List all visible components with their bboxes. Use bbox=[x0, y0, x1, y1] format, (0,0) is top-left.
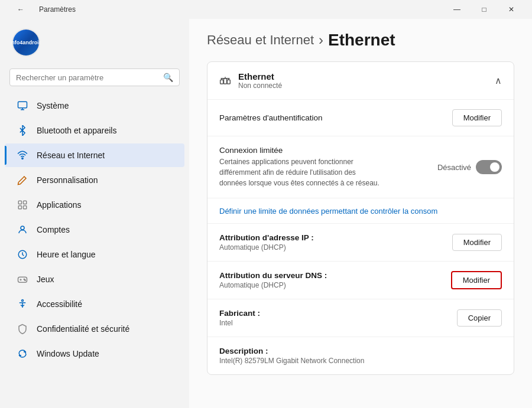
monitor-icon bbox=[17, 100, 28, 112]
sidebar: info4android 🔍 Système Bluetooth et appa… bbox=[0, 19, 189, 408]
setting-description: Description : Intel(R) 82579LM Gigabit N… bbox=[207, 337, 514, 374]
ip-label: Attribution d'adresse IP : bbox=[219, 233, 314, 242]
back-button[interactable]: ← bbox=[7, 0, 34, 19]
svg-point-11 bbox=[22, 300, 24, 302]
setting-dns: Attribution du serveur DNS : Automatique… bbox=[207, 262, 514, 299]
sidebar-item-heure[interactable]: Heure et langue bbox=[5, 243, 184, 266]
description-label: Description : bbox=[219, 347, 364, 355]
window-controls: — □ ✕ bbox=[443, 0, 525, 19]
sidebar-label-heure: Heure et langue bbox=[37, 250, 96, 259]
svg-rect-4 bbox=[18, 206, 21, 209]
sidebar-label-accessibilite: Accessibilité bbox=[37, 299, 82, 309]
sidebar-item-confidentialite[interactable]: Confidentialité et sécurité bbox=[5, 317, 184, 341]
toggle-container: Désactivé bbox=[437, 160, 502, 174]
svg-rect-13 bbox=[224, 78, 227, 83]
sidebar-item-personnalisation[interactable]: Personnalisation bbox=[5, 168, 184, 192]
logo-circle: info4android bbox=[12, 28, 40, 57]
connexion-limitee-label: Connexion limitée bbox=[219, 146, 385, 155]
breadcrumb: Réseau et Internet › Ethernet bbox=[207, 31, 514, 50]
setting-connexion-limitee: Connexion limitée Certaines applications… bbox=[207, 136, 514, 198]
data-limit-link[interactable]: Définir une limite de données permettant… bbox=[219, 207, 437, 216]
auth-modifier-button[interactable]: Modifier bbox=[452, 109, 502, 126]
setting-auth: Paramètres d'authentification Modifier bbox=[207, 100, 514, 136]
window-title: Paramètres bbox=[39, 5, 76, 14]
logo-image: info4android bbox=[13, 30, 39, 56]
svg-rect-3 bbox=[24, 201, 27, 204]
shield-icon bbox=[17, 323, 28, 335]
ip-info: Attribution d'adresse IP : Automatique (… bbox=[219, 233, 314, 252]
breadcrumb-parent: Réseau et Internet bbox=[207, 32, 314, 48]
maximize-button[interactable]: □ bbox=[471, 0, 498, 19]
card-header-left: Ethernet Non connecté bbox=[219, 71, 282, 90]
search-icon: 🔍 bbox=[163, 73, 173, 82]
sidebar-label-systeme: Système bbox=[37, 101, 69, 110]
description-sublabel: Intel(R) 82579LM Gigabit Network Connect… bbox=[219, 357, 364, 365]
apps-icon bbox=[17, 199, 28, 211]
user-icon bbox=[17, 224, 28, 236]
sidebar-item-systeme[interactable]: Système bbox=[5, 94, 184, 117]
network-icon bbox=[17, 149, 28, 161]
ip-sublabel: Automatique (DHCP) bbox=[219, 243, 314, 252]
dns-modifier-button[interactable]: Modifier bbox=[451, 271, 502, 289]
fabricant-copier-button[interactable]: Copier bbox=[457, 309, 502, 327]
connexion-limitee-info: Connexion limitée Certaines applications… bbox=[219, 146, 385, 188]
sidebar-label-comptes: Comptes bbox=[37, 225, 70, 234]
sidebar-item-reseau[interactable]: Réseau et Internet bbox=[5, 143, 184, 167]
sidebar-logo: info4android bbox=[0, 19, 189, 66]
svg-point-6 bbox=[21, 226, 24, 230]
svg-rect-12 bbox=[220, 80, 223, 84]
app-body: info4android 🔍 Système Bluetooth et appa… bbox=[0, 19, 532, 408]
sidebar-label-confidentialite: Confidentialité et sécurité bbox=[37, 324, 129, 334]
sidebar-label-jeux: Jeux bbox=[37, 275, 54, 284]
card-title: Ethernet bbox=[238, 71, 282, 81]
search-box[interactable]: 🔍 bbox=[9, 68, 180, 86]
search-input[interactable] bbox=[16, 73, 158, 82]
main-content: Réseau et Internet › Ethernet bbox=[189, 19, 532, 408]
chevron-up-icon[interactable]: ∧ bbox=[495, 75, 502, 86]
fabricant-info: Fabricant : Intel bbox=[219, 309, 260, 327]
sidebar-item-bluetooth[interactable]: Bluetooth et appareils bbox=[5, 119, 184, 142]
ip-modifier-button[interactable]: Modifier bbox=[452, 234, 502, 251]
breadcrumb-current: Ethernet bbox=[328, 31, 395, 50]
sidebar-label-windows-update: Windows Update bbox=[37, 349, 99, 358]
brush-icon bbox=[17, 174, 28, 186]
card-subtitle: Non connecté bbox=[238, 81, 282, 90]
clock-icon bbox=[17, 249, 28, 260]
card-header: Ethernet Non connecté ∧ bbox=[207, 62, 514, 100]
svg-point-10 bbox=[25, 280, 26, 281]
svg-rect-14 bbox=[227, 80, 230, 84]
setting-fabricant: Fabricant : Intel Copier bbox=[207, 299, 514, 337]
svg-point-1 bbox=[22, 158, 23, 159]
sidebar-item-applications[interactable]: Applications bbox=[5, 193, 184, 217]
sidebar-label-personnalisation: Personnalisation bbox=[37, 175, 98, 185]
data-limit-link-row: Définir une limite de données permettant… bbox=[207, 198, 514, 224]
sidebar-item-comptes[interactable]: Comptes bbox=[5, 218, 184, 241]
description-info: Description : Intel(R) 82579LM Gigabit N… bbox=[219, 347, 364, 365]
breadcrumb-chevron: › bbox=[319, 32, 323, 48]
title-bar-left: ← Paramètres bbox=[7, 0, 76, 19]
close-button[interactable]: ✕ bbox=[498, 0, 525, 19]
card-header-info: Ethernet Non connecté bbox=[238, 71, 282, 90]
dns-label: Attribution du serveur DNS : bbox=[219, 271, 327, 280]
sidebar-item-accessibilite[interactable]: Accessibilité bbox=[5, 292, 184, 316]
sidebar-label-reseau: Réseau et Internet bbox=[37, 151, 105, 160]
accessibility-icon bbox=[17, 298, 28, 310]
sidebar-item-jeux[interactable]: Jeux bbox=[5, 267, 184, 291]
bluetooth-icon bbox=[17, 125, 28, 136]
svg-rect-0 bbox=[18, 102, 27, 108]
title-bar: ← Paramètres — □ ✕ bbox=[0, 0, 532, 19]
ethernet-card: Ethernet Non connecté ∧ Paramètres d'aut… bbox=[207, 61, 514, 375]
minimize-button[interactable]: — bbox=[443, 0, 471, 19]
dns-sublabel: Automatique (DHCP) bbox=[219, 281, 327, 289]
games-icon bbox=[17, 273, 28, 285]
svg-rect-5 bbox=[24, 206, 27, 209]
sidebar-item-windows-update[interactable]: Windows Update bbox=[5, 342, 184, 365]
fabricant-label: Fabricant : bbox=[219, 309, 260, 318]
setting-ip: Attribution d'adresse IP : Automatique (… bbox=[207, 224, 514, 262]
fabricant-sublabel: Intel bbox=[219, 319, 260, 327]
sidebar-label-applications: Applications bbox=[37, 200, 82, 210]
ethernet-icon bbox=[219, 75, 231, 87]
toggle-label: Désactivé bbox=[437, 163, 471, 172]
connexion-limitee-toggle[interactable] bbox=[476, 160, 502, 174]
connexion-limitee-description: Certaines applications peuvent fonctionn… bbox=[219, 156, 385, 188]
